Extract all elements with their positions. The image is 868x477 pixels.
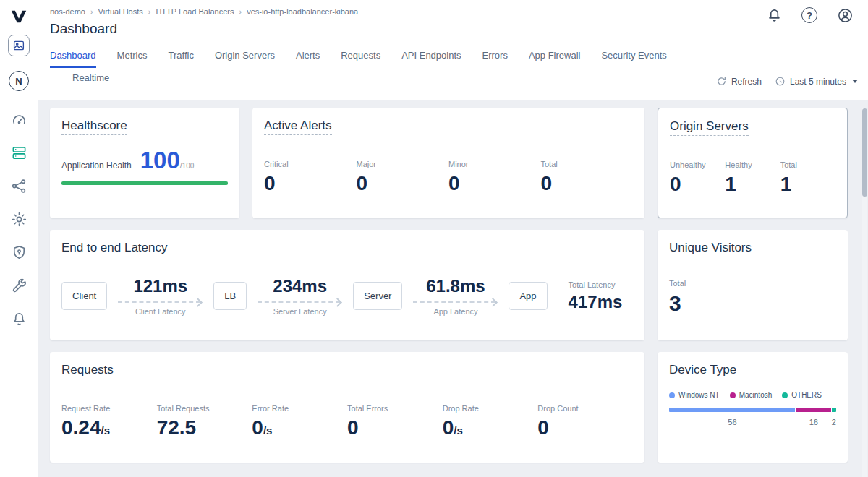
sidebar-item-settings[interactable]	[11, 211, 27, 228]
device-type-legend: Windows NT Macintosh OTHERS	[669, 391, 836, 399]
metric-value: 0	[541, 172, 634, 195]
tab-origin-servers[interactable]: Origin Servers	[215, 50, 275, 68]
metric-drop-rate: Drop Rate 0/s	[443, 404, 538, 439]
alerts-metrics: Critical 0 Major 0 Minor 0 Total	[264, 160, 633, 195]
metric-value: 1	[780, 173, 835, 196]
latency-node-server: Server	[353, 282, 402, 310]
metric-value: 0	[448, 172, 541, 195]
tab-api-endpoints[interactable]: API Endpoints	[401, 50, 461, 68]
latency-value: 121ms	[118, 276, 203, 296]
dashed-arrow-icon	[258, 301, 340, 303]
gear-icon	[11, 211, 27, 228]
latency-node-app: App	[509, 282, 547, 310]
tab-metrics[interactable]: Metrics	[117, 50, 148, 68]
help-button[interactable]: ?	[801, 7, 818, 24]
latency-total: Total Latency 417ms	[569, 280, 623, 312]
metric-label: Critical	[264, 160, 357, 168]
metric-error-rate: Error Rate 0/s	[252, 404, 347, 439]
latency-value: 61.8ms	[413, 276, 498, 296]
sidebar-item-alerts[interactable]	[11, 311, 27, 327]
refresh-label: Refresh	[731, 77, 762, 87]
breadcrumb-item-virtual-hosts[interactable]: Virtual Hosts	[98, 7, 143, 16]
origin-metrics: Unhealthy 0 Healthy 1 Total 1	[670, 160, 835, 196]
breadcrumb-item-current: ves-io-http-loadbalancer-kibana	[247, 7, 358, 16]
sidebar-item-dashboard[interactable]	[11, 111, 27, 128]
latency-label: App Latency	[413, 307, 498, 316]
card-origin-servers: Origin Servers Unhealthy 0 Healthy 1 Tot…	[658, 108, 848, 218]
metric-label: Total Requests	[157, 404, 252, 413]
metric-value: 0	[357, 172, 449, 195]
bell-icon	[11, 311, 27, 327]
legend-dot	[730, 392, 736, 398]
legend-dot	[669, 392, 675, 398]
device-bar-segment-macintosh	[796, 408, 832, 412]
refresh-button[interactable]: Refresh	[716, 76, 762, 87]
latency-segment-app: 61.8ms App Latency	[413, 276, 498, 316]
time-range-selector[interactable]: Last 5 minutes	[775, 76, 858, 87]
metric-value: 0	[670, 173, 725, 196]
tab-security-events[interactable]: Security Events	[601, 50, 666, 68]
metric-value: 0	[264, 172, 357, 195]
question-icon: ?	[801, 7, 817, 23]
card-latency: End to end Latency Client 121ms Client L…	[50, 230, 644, 340]
metric-label: Drop Rate	[443, 404, 538, 413]
workspace-selector[interactable]	[8, 35, 30, 56]
tab-dashboard[interactable]: Dashboard	[50, 50, 96, 68]
scrollbar-thumb[interactable]	[862, 108, 867, 197]
card-active-alerts: Active Alerts Critical 0 Major 0 Minor 0	[252, 108, 644, 218]
tab-row-secondary: Realtime Refresh Last 5 minutes	[50, 68, 858, 95]
breadcrumb-item-http-load-balancers[interactable]: HTTP Load Balancers	[156, 7, 234, 16]
healthscore-metric: Application Health 100/100	[61, 147, 228, 174]
metric-total-requests: Total Requests 72.5	[157, 404, 252, 439]
notifications-button[interactable]	[766, 7, 783, 24]
latency-node-client: Client	[61, 282, 107, 310]
sidebar: N	[0, 0, 38, 477]
tab-requests[interactable]: Requests	[341, 50, 380, 68]
sidebar-item-network[interactable]	[11, 178, 27, 194]
tab-errors[interactable]: Errors	[482, 50, 508, 68]
latency-node-lb: LB	[213, 282, 247, 310]
metric-label: Total	[669, 279, 836, 288]
metric-label: Minor	[448, 160, 541, 168]
breadcrumb: nos-demo › Virtual Hosts › HTTP Load Bal…	[50, 7, 868, 16]
tab-alerts[interactable]: Alerts	[296, 50, 320, 68]
app-window: N	[0, 0, 868, 477]
scrollbar[interactable]	[862, 108, 867, 477]
latency-segment-server: 234ms Server Latency	[258, 276, 342, 316]
metric-total: Total 0	[541, 160, 634, 195]
topbar: nos-demo › Virtual Hosts › HTTP Load Bal…	[38, 0, 868, 37]
wrench-icon	[11, 278, 27, 294]
refresh-icon	[716, 76, 727, 87]
tab-realtime[interactable]: Realtime	[72, 72, 109, 90]
topbar-actions: ?	[766, 7, 854, 24]
metric-healthy: Healthy 1	[725, 160, 780, 196]
metric-value: 3	[669, 291, 836, 316]
legend-label: Windows NT	[678, 391, 720, 399]
user-icon	[837, 7, 854, 24]
namespace-badge[interactable]: N	[9, 71, 29, 91]
healthscore-progress-bar	[61, 181, 228, 185]
device-bar-segment-others	[832, 408, 836, 412]
tabs-bar: Dashboard Metrics Traffic Origin Servers…	[38, 37, 868, 100]
breadcrumb-item-tenant[interactable]: nos-demo	[50, 7, 85, 16]
account-button[interactable]	[837, 7, 854, 24]
metric-value: 1	[725, 173, 780, 196]
tab-traffic[interactable]: Traffic	[169, 50, 194, 68]
sidebar-item-tools[interactable]	[11, 278, 27, 294]
image-icon	[12, 39, 25, 52]
metric-label: Unhealthy	[670, 160, 725, 169]
sidebar-item-security[interactable]	[11, 244, 27, 261]
card-title: Requests	[61, 363, 114, 379]
dashed-arrow-icon	[118, 301, 200, 303]
device-bar-value: 2	[832, 418, 836, 426]
latency-segment-client: 121ms Client Latency	[118, 276, 203, 316]
sidebar-item-virtual-hosts[interactable]	[11, 145, 27, 161]
metric-value: 72.5	[157, 416, 252, 439]
card-title: Active Alerts	[264, 119, 332, 135]
metric-value: 0/s	[443, 416, 538, 439]
tab-app-firewall[interactable]: App Firewall	[529, 50, 581, 68]
metric-critical: Critical 0	[264, 160, 357, 195]
dashed-arrow-icon	[413, 301, 495, 303]
volterra-logo[interactable]	[9, 7, 28, 26]
card-title: Unique Visitors	[669, 241, 752, 257]
